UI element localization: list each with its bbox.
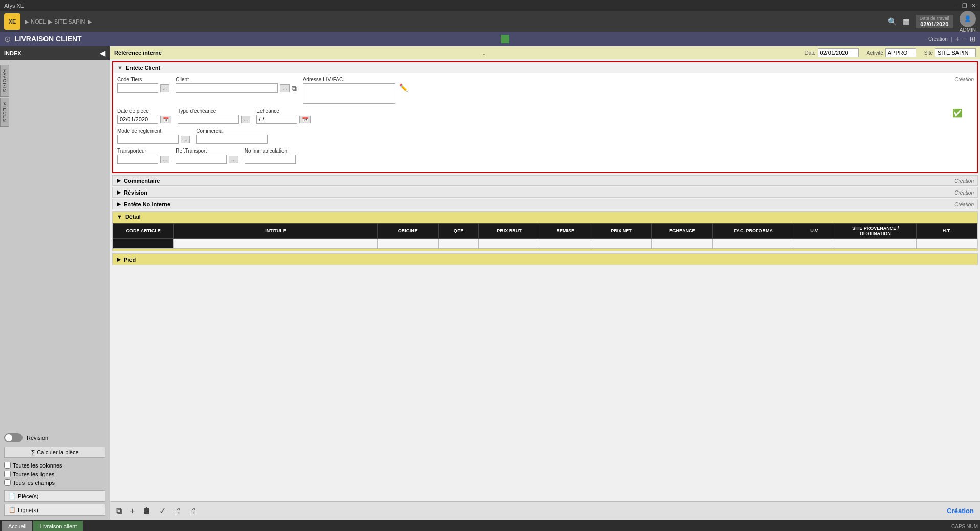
revision-toggle-switch[interactable] xyxy=(4,433,23,442)
checkbox-colonnes-input[interactable] xyxy=(4,462,11,469)
cell-ht[interactable] xyxy=(916,239,977,249)
sidebar-header: INDEX ◀ xyxy=(0,46,110,60)
checkbox-champs-input[interactable] xyxy=(4,479,11,486)
date-piece-input[interactable] xyxy=(117,115,158,124)
restore-button[interactable]: ❐ xyxy=(962,3,967,9)
cell-uv[interactable] xyxy=(794,239,835,249)
add-button[interactable]: + xyxy=(955,35,960,43)
entete-header[interactable]: ▼ Entête Client xyxy=(113,62,977,73)
checkbox-toutes-colonnes[interactable]: Toutes les colonnes xyxy=(4,462,105,469)
livraison-icon: ⊙ xyxy=(4,34,11,44)
grid-icon[interactable]: ▦ xyxy=(903,17,909,26)
sidebar-tab-pieces[interactable]: PIÈCES xyxy=(0,98,9,127)
activite-field-value[interactable]: APPRO xyxy=(885,48,916,57)
breadcrumb-site[interactable]: SITE SAPIN xyxy=(54,18,85,25)
echeance-input[interactable] xyxy=(256,115,297,124)
content-area: Référence interne ... Date 02/01/2020 Ac… xyxy=(110,46,980,520)
main-layout: INDEX ◀ FAVORIS PIÈCES Révision ∑ Calcul… xyxy=(0,46,980,520)
taskbar-accueil[interactable]: Accueil xyxy=(2,521,32,531)
add-row-button[interactable]: + xyxy=(130,506,135,516)
date-piece-field: Date de pièce 📅 xyxy=(117,108,171,124)
cell-code-article[interactable] xyxy=(113,239,174,249)
checkbox-toutes-lignes[interactable]: Toutes les lignes xyxy=(4,471,105,477)
commercial-field: Commercial xyxy=(196,128,268,144)
center-indicator[interactable] xyxy=(501,35,509,43)
window-controls[interactable]: ─ ❐ ✕ xyxy=(954,3,976,9)
grid-button[interactable]: ⊞ xyxy=(970,35,976,43)
copy-icon[interactable]: ⧉ xyxy=(292,84,297,93)
client-ellipsis[interactable]: ... xyxy=(280,84,289,92)
date-piece-calendar[interactable]: 📅 xyxy=(160,116,171,123)
cell-prix-net[interactable] xyxy=(591,239,651,249)
commercial-input[interactable] xyxy=(196,135,268,144)
mode-reglement-input[interactable] xyxy=(117,135,179,144)
bottom-creation-label: Création xyxy=(947,507,974,515)
revision-section[interactable]: ▶ Révision xyxy=(112,187,978,198)
minus-button[interactable]: − xyxy=(963,35,967,43)
detail-section: ▼ Détail CODE ARTICLE INTITULE ORIGINE Q… xyxy=(112,211,978,251)
cell-intitule[interactable] xyxy=(174,239,377,249)
code-tiers-ellipsis[interactable]: ... xyxy=(160,84,169,92)
type-echeance-ellipsis[interactable]: ... xyxy=(241,116,250,123)
pieces-button[interactable]: 📄 Pièce(s) xyxy=(4,490,105,502)
table-row[interactable] xyxy=(113,239,977,249)
commercial-label: Commercial xyxy=(196,128,268,134)
taskbar-livraison[interactable]: Livraison client xyxy=(33,521,83,531)
commentaire-section-container: ▶ Commentaire Création xyxy=(110,175,980,186)
copy-button[interactable]: ⧉ xyxy=(116,506,122,516)
detail-header[interactable]: ▼ Détail xyxy=(113,212,977,221)
commentaire-section[interactable]: ▶ Commentaire xyxy=(112,175,978,186)
check-circle-icon[interactable]: ✅ xyxy=(952,108,963,118)
top-action-buttons: Création | + − ⊞ xyxy=(928,35,976,43)
user-avatar: 👤 xyxy=(960,11,976,27)
col-intitule: INTITULE xyxy=(174,224,377,239)
date-field-value[interactable]: 02/01/2020 xyxy=(818,48,859,57)
cell-qte[interactable] xyxy=(438,239,478,249)
user-label: ADMIN xyxy=(960,27,976,33)
ref-transport-ellipsis[interactable]: ... xyxy=(229,156,238,163)
checkbox-tous-champs[interactable]: Tous les champs xyxy=(4,479,105,486)
type-echeance-input[interactable] xyxy=(178,115,239,124)
cell-fac-proforma[interactable] xyxy=(713,239,794,249)
code-tiers-label: Code Tiers xyxy=(117,77,169,82)
caps-indicator: CAPS xyxy=(951,524,965,529)
validate-button[interactable]: ✓ xyxy=(159,506,166,516)
cell-echeance[interactable] xyxy=(652,239,713,249)
entete-no-interne-section[interactable]: ▶ Entête No Interne xyxy=(112,199,978,209)
minimize-button[interactable]: ─ xyxy=(954,3,958,9)
content-wrapper: ▼ Entête Client Code Tiers ... xyxy=(110,59,980,501)
breadcrumb-noel[interactable]: NOEL xyxy=(31,18,46,25)
print2-button[interactable]: 🖨 xyxy=(189,507,197,515)
echeance-calendar[interactable]: 📅 xyxy=(299,116,311,123)
transporteur-ellipsis[interactable]: ... xyxy=(160,156,169,163)
ref-dots[interactable]: ... xyxy=(481,50,485,56)
edit-icon[interactable]: ✏️ xyxy=(399,83,408,92)
mode-reglement-ellipsis[interactable]: ... xyxy=(181,136,190,143)
close-button[interactable]: ✕ xyxy=(971,3,976,9)
lignes-button[interactable]: 📋 Ligne(s) xyxy=(4,504,105,516)
commentaire-creation-label: Création xyxy=(954,178,974,183)
sidebar-tab-favoris[interactable]: FAVORIS xyxy=(0,65,9,97)
code-tiers-input[interactable] xyxy=(117,83,158,93)
cell-origine[interactable] xyxy=(377,239,438,249)
ref-transport-input[interactable] xyxy=(176,155,227,164)
calculate-button[interactable]: ∑ Calculer la pièce xyxy=(4,447,105,458)
search-icon[interactable]: 🔍 xyxy=(888,17,897,26)
delete-row-button[interactable]: 🗑 xyxy=(143,506,151,516)
cell-site-prov-dest[interactable] xyxy=(835,239,916,249)
no-immatriculation-input[interactable] xyxy=(245,155,296,164)
pied-header[interactable]: ▶ Pied xyxy=(113,254,977,265)
entete-no-interne-creation-label: Création xyxy=(954,201,974,207)
cell-remise[interactable] xyxy=(540,239,591,249)
entete-title: Entête Client xyxy=(126,65,160,71)
cell-prix-brut[interactable] xyxy=(479,239,540,249)
client-field: Client ... ⧉ xyxy=(176,77,296,93)
transporteur-input-row: ... xyxy=(117,155,169,164)
adresse-input[interactable] xyxy=(303,83,395,104)
sidebar-collapse-arrow[interactable]: ◀ xyxy=(100,49,105,57)
transporteur-input[interactable] xyxy=(117,155,158,164)
checkbox-lignes-input[interactable] xyxy=(4,471,11,477)
site-field-value[interactable]: SITE SAPIN xyxy=(935,48,976,57)
client-input[interactable] xyxy=(176,83,278,93)
print-button[interactable]: 🖨 xyxy=(174,507,181,515)
